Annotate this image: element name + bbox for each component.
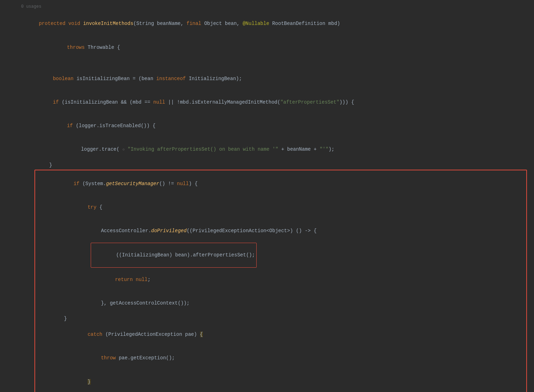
close-lambda: }, getAccessControlContext()); [101, 300, 189, 306]
keyword-null-2: null [177, 181, 189, 187]
logger-call: logger.trace( [81, 146, 122, 152]
try-brace: { [99, 204, 102, 210]
keyword-void: void [68, 21, 83, 26]
code-line-11: ((InitializingBean) bean).afterPropertie… [35, 243, 526, 268]
do-privileged-params: ((PrivilegedExceptionAction<Object>) () … [187, 228, 317, 234]
if-condition-1c: ))) { [339, 99, 354, 105]
code-line-10: AccessController.doPrivileged((Privilege… [35, 219, 526, 243]
type-initializingbean: InitializingBean); [189, 76, 242, 81]
method-invokeInitMethods: invokeInitMethods [83, 21, 133, 26]
circle-icon: ○ [122, 148, 125, 152]
catch-params: (PrivilegedActionException [105, 332, 185, 337]
code-content-3: boolean isInitializingBean = (bean insta… [21, 67, 527, 90]
code-content-16: throw pae.getException(); [35, 346, 526, 370]
code-content-15: catch (PrivilegedActionException pae) { [35, 323, 526, 346]
code-line-13: }, getAccessControlContext()); [35, 291, 526, 315]
annotation-nullable: @Nullable [243, 21, 272, 26]
code-content-4: if (isInitializingBean && (mbd == null |… [21, 91, 527, 114]
type-throwable: Throwable { [88, 45, 120, 50]
code-content-12: return null; [35, 268, 526, 291]
code-content-13: }, getAccessControlContext()); [35, 291, 526, 315]
concat-1: + beanName + [278, 146, 320, 152]
inner-red-box-1: ((InitializingBean) bean).afterPropertie… [91, 243, 257, 268]
throw-expr: pae.getException(); [119, 355, 175, 361]
catch-close-brace-highlighted: } [88, 379, 90, 385]
code-content-14: } [35, 315, 526, 322]
code-content-8: if (System.getSecurityManager() != null)… [35, 172, 526, 195]
code-content-1: protected void invokeInitMethods(String … [21, 12, 527, 35]
type-object: Object [204, 21, 225, 26]
string-afterPropertiesSet-1: "afterPropertiesSet" [280, 99, 339, 105]
var-isInitializingBean: isInitializingBean = (bean [77, 76, 156, 81]
outer-red-block: if (System.getSecurityManager() != null)… [34, 170, 527, 392]
var-pae: pae) [185, 332, 200, 337]
param-beanName: beanName, [157, 21, 187, 26]
keyword-try: try [88, 204, 99, 210]
code-line-6: logger.trace( ○ "Invoking afterPropertie… [21, 138, 527, 161]
code-line-7: } [21, 161, 527, 169]
if-logger: (logger.isTraceEnabled()) { [76, 123, 156, 129]
code-content-5: if (logger.isTraceEnabled()) { [21, 114, 527, 138]
keyword-final: final [187, 21, 204, 26]
paren-close-trace: ); [328, 146, 334, 152]
code-content-2: throws Throwable { [21, 35, 527, 59]
keyword-null-3: null [136, 277, 148, 282]
code-content-9: try { [35, 196, 526, 219]
keyword-return: return [115, 277, 136, 282]
keyword-if-2: if [67, 123, 76, 129]
usages-count: 0 usages [21, 4, 41, 10]
code-line-2: throws Throwable { [21, 35, 527, 59]
empty-line-1 [21, 59, 527, 67]
keyword-throws: throws [67, 45, 88, 50]
keyword-null-1: null [153, 99, 168, 105]
code-line-9: try { [35, 196, 526, 219]
code-line-12: return null; [35, 268, 526, 291]
code-line-8: if (System.getSecurityManager() != null)… [35, 172, 526, 195]
if-condition-1: (isInitializingBean && (mbd == [62, 99, 153, 105]
if-condition-1b: || !mbd.isExternallyManagedInitMethod( [168, 99, 280, 105]
if-security-3: ) { [189, 181, 198, 187]
string-invoking: "Invoking afterPropertiesSet() on bean w… [125, 146, 278, 152]
keyword-instanceof: instanceof [156, 76, 188, 81]
code-line-1: protected void invokeInitMethods(String … [21, 12, 527, 35]
type-rootbeandefinition: RootBeanDefinition [272, 21, 328, 26]
code-line-14: } [35, 315, 526, 322]
type-string: String [136, 21, 157, 26]
keyword-catch: catch [88, 332, 105, 337]
code-content-6: logger.trace( ○ "Invoking afterPropertie… [21, 138, 527, 161]
cast-initializingbean-1: ((InitializingBean) bean).afterPropertie… [116, 252, 255, 258]
code-content-10: AccessController.doPrivileged((Privilege… [35, 219, 526, 243]
keyword-protected: protected [39, 21, 68, 26]
keyword-if-1: if [53, 99, 62, 105]
code-line-3: boolean isInitializingBean = (bean insta… [21, 67, 527, 90]
param-bean: bean, [225, 21, 243, 26]
code-line-5: if (logger.isTraceEnabled()) { [21, 114, 527, 138]
code-line-16: throw pae.getException(); [35, 346, 526, 370]
code-editor: 0 usages protected void invokeInitMethod… [0, 4, 534, 392]
keyword-boolean: boolean [53, 76, 76, 81]
string-quote: "'" [320, 146, 328, 152]
usages-line: 0 usages [21, 4, 527, 11]
keyword-if-3: if [73, 181, 82, 187]
code-line-15: catch (PrivilegedActionException pae) { [35, 323, 526, 346]
code-content-17: } [35, 370, 526, 392]
method-getSecurityManager: getSecurityManager [106, 181, 159, 187]
access-controller: AccessController. [101, 228, 151, 234]
code-line-17: } [35, 370, 526, 392]
keyword-throw: throw [101, 355, 118, 361]
catch-brace-highlighted: { [200, 332, 203, 337]
method-doPrivileged: doPrivileged [151, 228, 187, 234]
code-line-4: if (isInitializingBean && (mbd == null |… [21, 91, 527, 114]
if-security: (System. [82, 181, 106, 187]
code-content-7: } [21, 161, 527, 169]
if-security-2: () != [159, 181, 177, 187]
paren-open: ( [133, 21, 136, 26]
semicolon-return: ; [148, 277, 150, 282]
param-mbd: mbd) [328, 21, 340, 26]
